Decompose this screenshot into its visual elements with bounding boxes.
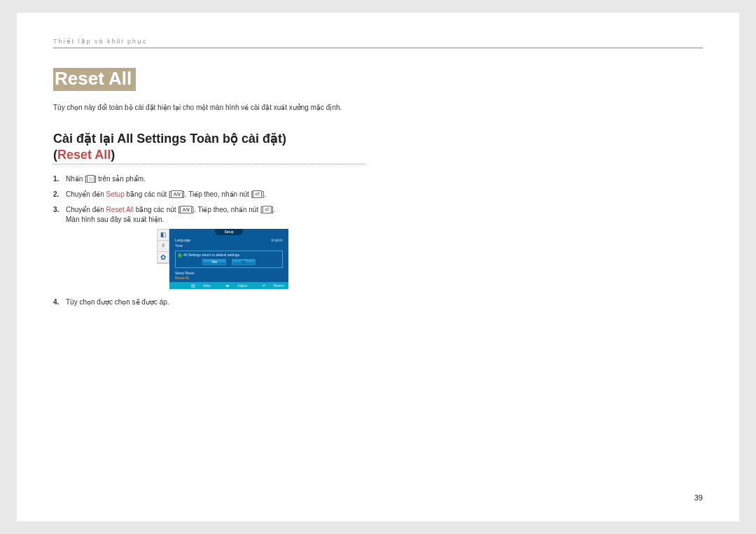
osd-no-button: No — [232, 259, 255, 265]
osd-message-box: i All Settings return to default setting… — [175, 251, 283, 268]
step-3-a: Chuyển đến — [66, 206, 106, 213]
info-icon: i — [178, 253, 182, 258]
divider — [53, 48, 703, 48]
sub-heading-suffix: ) — [111, 148, 115, 162]
step-1-a: Nhấn [ — [66, 175, 87, 183]
step-3-c: ]. Tiếp theo, nhấn nút [ — [192, 206, 262, 213]
sub-heading: Cài đặt lại All Settings Toàn bộ cài đặt… — [53, 131, 703, 162]
main-heading: Reset All — [53, 68, 136, 91]
osd-footer: ▥ Auto ◂▸ Adjust ↵ Return — [169, 282, 288, 289]
osd-figure: ◧ ♯ ✿ Setup Language English Time — [157, 229, 288, 289]
osd-row-language: Language English — [175, 238, 283, 243]
chapter-title: Thiết lập và khôi phục — [53, 38, 703, 45]
osd-language-label: Language — [175, 238, 272, 243]
step-2-b: bằng các nút [ — [125, 190, 171, 198]
step-3-d: ]. — [272, 206, 276, 213]
enter-icon — [253, 190, 262, 198]
sub-heading-highlight: Reset All — [57, 148, 111, 162]
osd-sidebar-item: ◧ — [158, 230, 169, 241]
intro-text: Tùy chọn này đổi toàn bộ cài đặt hiện tạ… — [53, 104, 703, 111]
updown-icon — [180, 206, 192, 213]
menu-icon — [87, 175, 94, 183]
osd-message: i All Settings return to default setting… — [178, 253, 280, 258]
osd-panel: Setup Language English Time i All S — [169, 229, 288, 289]
step-3: Chuyển đến Reset All bằng các nút []. Ti… — [53, 205, 703, 289]
osd-body: Language English Time i All Settings ret… — [169, 235, 288, 268]
osd-footer-return: ↵ Return — [255, 283, 284, 288]
step-2-d: ]. — [262, 190, 266, 198]
osd-footer-auto: ▥ Auto — [184, 283, 211, 288]
gear-icon: ✿ — [158, 252, 169, 263]
step-3-sub: Màn hình sau đây sẽ xuất hiện. — [66, 215, 703, 225]
step-2-hl: Setup — [106, 190, 125, 198]
osd-message-text: All Settings return to default settings. — [183, 253, 240, 258]
page-number: 39 — [694, 493, 703, 502]
osd-sidebar: ◧ ♯ ✿ — [157, 229, 169, 264]
osd-row-time: Time — [175, 244, 283, 248]
document-page: Thiết lập và khôi phục Reset All Tùy chọ… — [17, 13, 739, 521]
osd-setup-reset: Setup Reset — [175, 271, 283, 276]
step-2: Chuyển đến Setup bằng các nút []. Tiếp t… — [53, 190, 703, 199]
enter-icon — [262, 206, 272, 213]
sub-heading-line1: Cài đặt lại All Settings Toàn bộ cài đặt… — [53, 132, 286, 146]
updown-icon — [171, 190, 183, 198]
osd-sidebar-item: ♯ — [158, 241, 169, 252]
step-3-b: bằng các nút [ — [134, 206, 180, 213]
osd-footer-adjust: ◂▸ Adjust — [218, 283, 247, 288]
osd-lower: Setup Reset Reset All — [169, 271, 288, 282]
step-1: Nhấn [] trên sản phẩm. — [53, 174, 703, 184]
osd-buttons: Yes No — [178, 259, 280, 265]
step-1-b: ] trên sản phẩm. — [94, 175, 146, 183]
osd-reset-all: Reset All — [175, 276, 283, 281]
step-3-hl: Reset All — [106, 206, 134, 213]
osd-time-label: Time — [175, 244, 283, 248]
osd-tab: Setup — [215, 229, 243, 235]
dotted-divider — [53, 164, 365, 164]
step-2-a: Chuyển đến — [66, 190, 106, 198]
osd-language-value: English — [272, 238, 283, 243]
step-2-c: ]. Tiếp theo, nhấn nút [ — [183, 190, 253, 198]
steps-list: Nhấn [] trên sản phẩm. Chuyển đến Setup … — [53, 174, 703, 307]
osd-yes-button: Yes — [202, 259, 226, 265]
step-4: Tùy chọn được chọn sẽ được áp. — [53, 297, 703, 307]
